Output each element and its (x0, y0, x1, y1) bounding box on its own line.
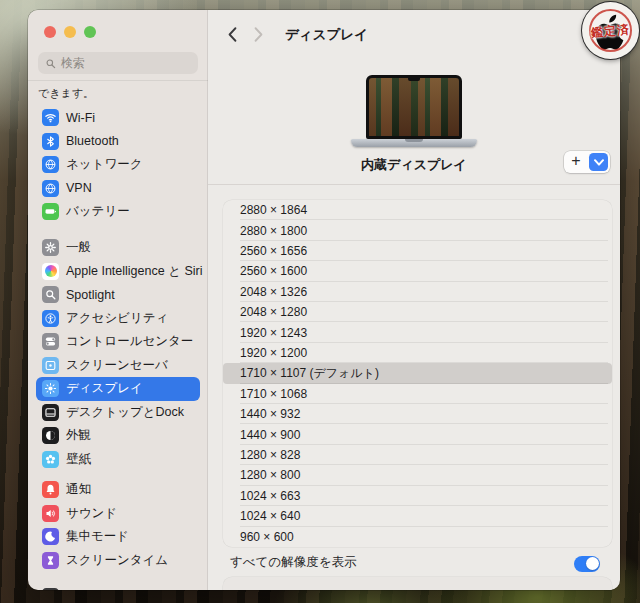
sidebar-item-accessibility[interactable]: アクセシビリティ (36, 307, 200, 331)
section-separator (208, 184, 620, 185)
wifi-icon (42, 109, 59, 126)
resolution-row[interactable]: 1280 × 800 (223, 465, 612, 485)
resolution-row[interactable]: 1024 × 663 (223, 486, 612, 506)
vpn-icon (42, 180, 59, 197)
sidebar-item-label: 通知 (66, 481, 91, 498)
resolution-label: 1710 × 1107 (デフォルト) (240, 365, 379, 382)
sidebar-item-label: Bluetooth (66, 134, 119, 148)
sidebar-item-wifi[interactable]: Wi-Fi (36, 106, 200, 130)
resolution-label: 2560 × 1656 (240, 244, 307, 258)
add-display-button[interactable]: + (564, 151, 588, 173)
resolution-label: 2048 × 1280 (240, 305, 307, 319)
chevron-down-icon (594, 159, 604, 166)
sidebar-item-label: Spotlight (66, 288, 115, 302)
system-settings-window: 検索 できます。 Wi-FiBluetoothネットワークVPNバッテリー一般A… (28, 10, 620, 590)
sidebar-item-bluetooth[interactable]: Bluetooth (36, 130, 200, 154)
laptop-notch (408, 78, 420, 81)
sidebar-item-label: VPN (66, 181, 92, 195)
gear-icon (42, 239, 59, 256)
sidebar-item-dock[interactable]: デスクトップとDock (36, 401, 200, 425)
forward-button[interactable] (248, 24, 268, 44)
control-center-icon (42, 333, 59, 350)
sidebar-item-bell[interactable]: 通知 (36, 478, 200, 502)
sidebar-item-magnifier[interactable]: Spotlight (36, 283, 200, 307)
show-all-resolutions-label: すべての解像度を表示 (230, 554, 356, 571)
resolution-label: 2880 × 1864 (240, 203, 307, 217)
sidebar-item-label: スクリーンセーバ (66, 357, 168, 374)
sidebar-item-label: Wi-Fi (66, 111, 95, 125)
resolution-label: 1280 × 828 (240, 448, 300, 462)
sidebar-item-label: ディスプレイ (66, 380, 143, 397)
mac-otakara-stamp: 鑑定済 (582, 2, 639, 59)
resolution-label: 1024 × 640 (240, 509, 300, 523)
page-title: ディスプレイ (285, 26, 368, 44)
resolution-row[interactable]: 1024 × 640 (223, 506, 612, 526)
resolution-row[interactable]: 2560 × 1600 (223, 261, 612, 281)
siri-icon (42, 263, 59, 280)
resolution-label: 2880 × 1800 (240, 224, 307, 238)
sidebar-item-appearance[interactable]: 外観 (36, 424, 200, 448)
sidebar-item-flower[interactable]: 壁紙 (36, 448, 200, 472)
sidebar-item-sun[interactable]: ディスプレイ (36, 377, 200, 401)
sidebar-item-battery[interactable]: バッテリー (36, 200, 200, 224)
resolution-label: 1920 × 1200 (240, 346, 307, 360)
resolution-row-selected[interactable]: 1710 × 1107 (デフォルト) (223, 363, 612, 383)
resolution-row[interactable]: 1920 × 1243 (223, 322, 612, 342)
sidebar-item-globe[interactable]: ネットワーク (36, 153, 200, 177)
speaker-icon (42, 505, 59, 522)
sidebar-item-label: コントロールセンター (66, 333, 193, 350)
resolution-label: 1920 × 1243 (240, 326, 307, 340)
search-input[interactable]: 検索 (38, 52, 198, 74)
resolution-row[interactable]: 960 × 600 (223, 527, 612, 547)
resolution-row[interactable]: 1280 × 828 (223, 445, 612, 465)
back-button[interactable] (222, 24, 242, 44)
sidebar-item-label: ネットワーク (66, 156, 142, 173)
resolution-row[interactable]: 2880 × 1800 (223, 220, 612, 240)
sidebar-item-siri[interactable]: Apple Intelligence と Siri (36, 260, 200, 284)
dock-icon (42, 404, 59, 421)
sidebar-group: 一般Apple Intelligence と SiriSpotlightアクセシ… (36, 236, 200, 471)
resolution-row[interactable]: 1440 × 932 (223, 404, 612, 424)
appearance-icon (42, 427, 59, 444)
resolution-row[interactable]: 2880 × 1864 (223, 200, 612, 220)
display-pane: ディスプレイ 内蔵ディスプレイ + 2880 × 18642880 × 1800… (208, 10, 620, 590)
add-display-menu-button[interactable] (589, 153, 608, 171)
resolution-row[interactable]: 2048 × 1326 (223, 282, 612, 302)
minimize-button[interactable] (64, 26, 76, 38)
sidebar-item-label: デスクトップとDock (66, 404, 184, 421)
sidebar-item-speaker[interactable]: サウンド (36, 502, 200, 526)
bell-icon (42, 481, 59, 498)
sidebar-item-vpn[interactable]: VPN (36, 177, 200, 201)
sidebar-divider (28, 80, 208, 81)
sidebar-item-control-center[interactable]: コントロールセンター (36, 330, 200, 354)
resolution-label: 2048 × 1326 (240, 285, 307, 299)
show-all-resolutions-toggle[interactable] (574, 556, 600, 572)
accessibility-icon (42, 310, 59, 327)
close-button[interactable] (44, 26, 56, 38)
screensaver-icon (42, 357, 59, 374)
sidebar-item-screensaver[interactable]: スクリーンセーバ (36, 354, 200, 378)
sidebar-item-label: スクリーンタイム (66, 552, 168, 569)
resolution-row[interactable]: 1440 × 900 (223, 424, 612, 444)
sidebar-item-label: Apple Intelligence と Siri (66, 263, 202, 280)
stamp-text: 鑑定済 (581, 21, 639, 43)
battery-icon (42, 203, 59, 220)
sidebar-item-label: 集中モード (66, 528, 129, 545)
resolution-label: 1024 × 663 (240, 489, 300, 503)
sidebar: 検索 できます。 Wi-FiBluetoothネットワークVPNバッテリー一般A… (28, 10, 208, 590)
sidebar-item-hourglass[interactable]: スクリーンタイム (36, 549, 200, 573)
zoom-button[interactable] (84, 26, 96, 38)
laptop-screen (366, 75, 462, 139)
resolution-row[interactable]: 1710 × 1068 (223, 384, 612, 404)
resolution-label: 1440 × 932 (240, 407, 300, 421)
sidebar-item-gear[interactable]: 一般 (36, 236, 200, 260)
resolution-label: 1710 × 1068 (240, 387, 307, 401)
next-section-peek (223, 577, 612, 590)
resolution-row[interactable]: 2048 × 1280 (223, 302, 612, 322)
resolution-row[interactable]: 2560 × 1656 (223, 241, 612, 261)
sidebar-item-label: アクセシビリティ (66, 310, 168, 327)
resolution-row[interactable]: 1920 × 1200 (223, 343, 612, 363)
sidebar-item-moon[interactable]: 集中モード (36, 525, 200, 549)
sidebar-item-partial[interactable] (36, 585, 200, 590)
lock-icon (42, 588, 59, 590)
